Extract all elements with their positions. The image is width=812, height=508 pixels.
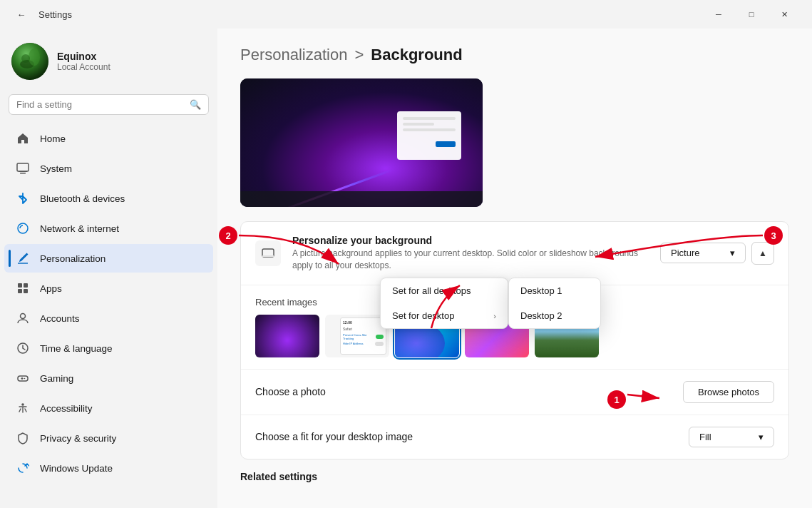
preview-line-1 [403,117,456,120]
sidebar-item-personalization[interactable]: Personalization [4,244,213,273]
preview-taskbar [240,191,483,207]
choose-photo-label: Choose a photo [255,386,683,397]
page-header: Personalization > Background [240,46,789,64]
preview-window [397,111,461,160]
sidebar-item-accounts[interactable]: Accounts [4,304,213,332]
maximize-button[interactable]: □ [735,3,768,26]
home-icon [16,131,30,146]
svg-rect-9 [18,289,22,293]
svg-rect-8 [24,283,28,288]
user-section: Equinox Local Account [0,34,217,94]
preview-button [436,141,456,147]
sidebar-item-home[interactable]: Home [4,124,213,153]
search-icon: 🔍 [190,99,201,110]
sidebar-item-home-label: Home [40,133,66,144]
bluetooth-icon [16,191,30,205]
preview-window-lines [403,117,456,147]
user-role: Local Account [57,62,111,72]
desktop-1-item[interactable]: Desktop 1 [509,278,600,303]
related-settings: Related settings [240,471,789,482]
collapse-button[interactable]: ▲ [751,242,774,265]
preview-line-2 [403,123,434,126]
sidebar-item-privacy-label: Privacy & security [40,433,116,444]
submenu: Desktop 1 Desktop 2 [508,278,601,329]
sidebar-item-personalization-label: Personalization [40,253,106,264]
set-all-desktops-item[interactable]: Set for all desktops [381,278,508,303]
svg-rect-7 [18,283,22,288]
titlebar: ← Settings ─ □ ✕ [0,0,812,29]
svg-point-15 [21,403,24,406]
desktop-2-item[interactable]: Desktop 2 [509,303,600,328]
background-type-dropdown[interactable]: Picture ▾ [660,243,746,263]
windows-update-icon [16,461,30,475]
sidebar-item-apps[interactable]: Apps [4,274,213,303]
sidebar-item-time-label: Time & language [40,343,113,354]
choose-photo-row: Choose a photo Browse photos [241,370,788,415]
svg-point-11 [21,314,26,319]
fit-dropdown[interactable]: Fill ▾ [689,427,774,447]
svg-point-3 [21,54,30,63]
personalize-control: Picture ▾ ▲ [660,242,774,265]
personalization-icon [16,251,30,265]
sidebar-item-windows-update[interactable]: Windows Update [4,454,213,482]
sidebar-item-system-label: System [40,163,72,174]
personalize-icon [255,240,281,266]
personalize-title: Personalize your background [292,235,649,246]
personalize-row: Personalize your background A picture ba… [241,222,788,285]
sidebar-item-privacy[interactable]: Privacy & security [4,424,213,452]
back-button[interactable]: ← [11,4,31,24]
svg-point-22 [219,226,237,245]
svg-text:2: 2 [225,230,230,241]
minimize-button[interactable]: ─ [702,3,735,26]
sidebar-item-network[interactable]: Network & internet [4,214,213,243]
system-icon [16,161,30,176]
svg-point-14 [24,378,26,380]
settings-card: Personalize your background A picture ba… [240,221,789,459]
preview-wallpaper [240,78,483,207]
privacy-icon [16,431,30,445]
search-box[interactable]: 🔍 [9,94,209,115]
sidebar: Equinox Local Account 🔍 Home [0,29,217,508]
sidebar-item-windows-update-label: Windows Update [40,463,113,474]
accounts-icon [16,311,30,325]
gaming-icon [16,371,30,385]
app-body: Equinox Local Account 🔍 Home [0,29,812,508]
breadcrumb: Personalization > Background [240,46,789,64]
sidebar-item-accounts-label: Accounts [40,313,80,324]
svg-rect-5 [20,173,26,174]
svg-rect-6 [19,171,27,172]
preview-line-3 [403,128,456,131]
titlebar-title: Settings [38,9,72,20]
sidebar-item-accessibility[interactable]: Accessibility [4,394,213,422]
thumbnail-1[interactable] [255,315,319,357]
set-desktop-item[interactable]: Set for desktop › [381,303,508,328]
sidebar-item-bluetooth-label: Bluetooth & devices [40,193,125,204]
sidebar-item-system[interactable]: System [4,154,213,183]
personalize-text: Personalize your background A picture ba… [292,235,649,272]
context-menu: Set for all desktops Set for desktop › [380,278,508,329]
user-name: Equinox [57,51,111,62]
search-input[interactable] [16,99,184,110]
time-icon [16,341,30,355]
sidebar-item-time[interactable]: Time & language [4,334,213,362]
breadcrumb-separator: > [354,46,364,64]
related-settings-title: Related settings [240,471,789,482]
avatar [11,43,48,80]
sidebar-item-network-label: Network & internet [40,223,119,234]
sidebar-item-gaming[interactable]: Gaming [4,364,213,392]
svg-rect-10 [24,289,28,293]
window-controls: ─ □ ✕ [702,3,801,26]
personalize-desc: A picture background applies to your cur… [292,248,649,272]
sidebar-item-apps-label: Apps [40,283,62,294]
sidebar-item-accessibility-label: Accessibility [40,403,93,414]
chevron-icon: › [493,312,496,320]
close-button[interactable]: ✕ [768,3,801,26]
breadcrumb-current: Background [371,46,462,64]
accessibility-icon [16,401,30,415]
main-content: Personalization > Background [217,29,812,508]
svg-point-2 [29,49,40,66]
sidebar-item-bluetooth[interactable]: Bluetooth & devices [4,184,213,213]
browse-photos-button[interactable]: Browse photos [683,381,774,403]
preview-container [240,78,483,207]
breadcrumb-parent[interactable]: Personalization [240,46,347,64]
